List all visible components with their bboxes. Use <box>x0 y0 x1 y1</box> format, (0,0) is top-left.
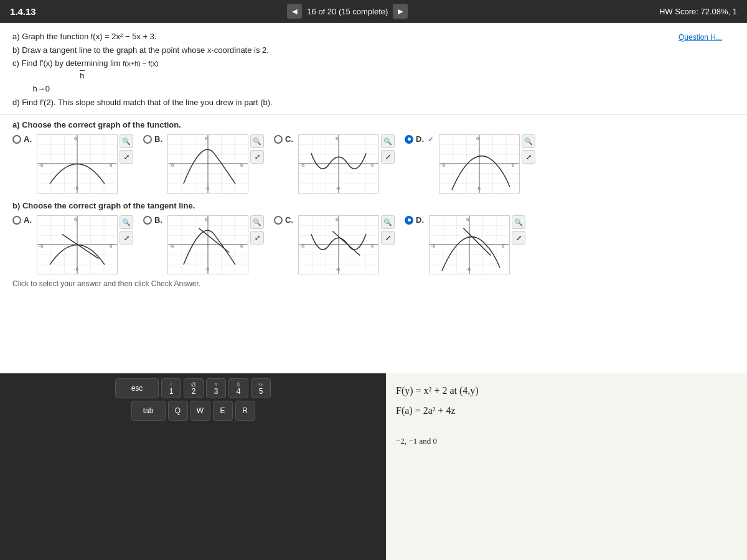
key-3-main: 3 <box>214 388 218 395</box>
radio-a-d[interactable] <box>405 135 413 144</box>
svg-text:6: 6 <box>205 136 208 141</box>
option-a-graph-a[interactable]: A. <box>12 134 133 194</box>
svg-text:-6: -6 <box>169 162 174 168</box>
graph-controls-b-a: 🔍 ⤢ <box>120 215 133 245</box>
svg-text:6: 6 <box>110 243 113 249</box>
key-5[interactable]: % 5 <box>251 378 271 398</box>
label-a-d: D. <box>416 134 424 144</box>
key-q-label: Q <box>175 407 181 414</box>
option-a-graph-d[interactable]: D. ✓ <box>405 134 535 194</box>
radio-a-a[interactable] <box>12 135 21 144</box>
question-header: a) Graph the function f(x) = 2x² − 5x + … <box>0 23 747 115</box>
key-q[interactable]: Q <box>168 401 188 421</box>
question-help-link[interactable]: Question H... <box>666 30 735 44</box>
key-esc[interactable]: esc <box>115 378 159 398</box>
expand-btn-a-d[interactable]: ⤢ <box>522 150 535 164</box>
graph-controls-a-a: 🔍 ⤢ <box>120 134 133 164</box>
svg-text:-6: -6 <box>336 185 341 191</box>
bottom-section: esc ! 1 @ 2 # 3 $ 4 <box>0 373 747 560</box>
key-1[interactable]: ! 1 <box>161 378 181 398</box>
svg-text:-6: -6 <box>74 185 79 191</box>
svg-text:6: 6 <box>476 136 479 141</box>
label-a-a: A. <box>24 134 32 144</box>
expand-btn-a-b[interactable]: ⤢ <box>250 150 264 164</box>
zoom-btn-b-d[interactable]: 🔍 <box>512 215 525 229</box>
handwriting-line3: −2, −1 and 0 <box>396 433 737 449</box>
zoom-btn-b-c[interactable]: 🔍 <box>381 215 395 229</box>
expand-btn-a-c[interactable]: ⤢ <box>381 150 395 164</box>
zoom-btn-b-b[interactable]: 🔍 <box>250 215 264 229</box>
key-e-label: E <box>220 407 225 414</box>
key-w[interactable]: W <box>190 401 210 421</box>
radio-a-c[interactable] <box>274 135 283 144</box>
svg-text:-6: -6 <box>466 266 471 272</box>
radio-b-a[interactable] <box>12 216 21 225</box>
subquestion-b-label: b) Choose the correct graph of the tange… <box>0 196 747 213</box>
svg-line-96 <box>332 231 360 255</box>
zoom-btn-a-b[interactable]: 🔍 <box>250 134 264 148</box>
expand-btn-b-b[interactable]: ⤢ <box>250 231 264 245</box>
radio-b-b[interactable] <box>143 216 152 225</box>
key-4[interactable]: $ 4 <box>228 378 248 398</box>
part-c-text: c) Find f′(x) by determining lim f(x+h) … <box>12 57 273 82</box>
radio-b-d[interactable] <box>405 216 413 225</box>
svg-text:6: 6 <box>205 217 208 222</box>
option-a-graph-c[interactable]: C. <box>274 134 395 194</box>
svg-text:-6: -6 <box>74 266 79 272</box>
svg-text:-6: -6 <box>300 162 305 168</box>
svg-text:6: 6 <box>74 136 77 141</box>
expand-btn-b-a[interactable]: ⤢ <box>120 231 133 245</box>
zoom-btn-a-a[interactable]: 🔍 <box>120 134 133 148</box>
key-e[interactable]: E <box>213 401 233 421</box>
zoom-btn-a-d[interactable]: 🔍 <box>522 134 535 148</box>
key-r[interactable]: R <box>235 401 255 421</box>
zoom-btn-a-c[interactable]: 🔍 <box>381 134 395 148</box>
svg-text:-6: -6 <box>39 243 44 249</box>
option-b-graph-b[interactable]: B. <box>143 215 264 274</box>
expand-btn-a-a[interactable]: ⤢ <box>120 150 133 164</box>
graph-controls-a-d: 🔍 ⤢ <box>522 134 535 164</box>
svg-text:6: 6 <box>371 162 374 168</box>
graph-controls-b-b: 🔍 ⤢ <box>250 215 264 245</box>
keyboard-row-qwerty: tab Q W E R <box>5 401 381 421</box>
graph-b-d: 6 -6 6 -6 <box>429 215 510 274</box>
key-4-main: 4 <box>237 388 241 395</box>
option-a-graph-b[interactable]: B. <box>143 134 264 194</box>
key-5-main: 5 <box>259 388 263 395</box>
part-d-label-text: d) Find f′(2). This slope should match t… <box>12 96 273 109</box>
radio-a-b[interactable] <box>143 135 152 144</box>
svg-text:-6: -6 <box>169 243 174 249</box>
label-b-d: D. <box>416 215 424 225</box>
graph-a-c: 6 -6 6 -6 <box>298 134 379 194</box>
content-area: a) Graph the function f(x) = 2x² − 5x + … <box>0 23 747 373</box>
option-b-graph-c[interactable]: C. <box>274 215 395 274</box>
progress-area: ◄ 16 of 20 (15 complete) ► <box>287 4 408 19</box>
next-question-button[interactable]: ► <box>393 4 408 19</box>
expand-btn-b-d[interactable]: ⤢ <box>512 231 525 245</box>
option-b-graph-d[interactable]: D. <box>405 215 525 274</box>
prev-question-button[interactable]: ◄ <box>287 4 302 19</box>
key-2[interactable]: @ 2 <box>184 378 204 398</box>
key-esc-label: esc <box>131 385 143 392</box>
graph-controls-b-d: 🔍 ⤢ <box>512 215 525 245</box>
top-bar: 1.4.13 ◄ 16 of 20 (15 complete) ► HW Sco… <box>0 0 747 23</box>
svg-text:-6: -6 <box>205 185 210 191</box>
graph-b-b: 6 -6 6 -6 <box>167 215 248 274</box>
svg-text:6: 6 <box>466 217 469 222</box>
key-tab[interactable]: tab <box>131 401 166 421</box>
key-3[interactable]: # 3 <box>206 378 226 398</box>
graph-b-a: 6 -6 6 -6 <box>37 215 118 274</box>
expand-btn-b-c[interactable]: ⤢ <box>381 231 395 245</box>
keyboard-area: esc ! 1 @ 2 # 3 $ 4 <box>0 373 386 560</box>
handwriting-content: F(y) = x² + 2 at (4,y) F(a) = 2a² + 4z −… <box>396 381 737 449</box>
svg-text:6: 6 <box>512 162 515 168</box>
svg-text:-6: -6 <box>39 162 44 168</box>
graph-controls-a-c: 🔍 ⤢ <box>381 134 395 164</box>
zoom-btn-b-a[interactable]: 🔍 <box>120 215 133 229</box>
key-r-label: R <box>242 407 248 414</box>
radio-b-c[interactable] <box>274 216 283 225</box>
svg-text:6: 6 <box>371 243 374 249</box>
hw-score: HW Score: 72.08%, 1 <box>659 7 737 16</box>
handwriting-line1: F(y) = x² + 2 at (4,y) <box>396 381 737 401</box>
option-b-graph-a[interactable]: A. <box>12 215 133 274</box>
